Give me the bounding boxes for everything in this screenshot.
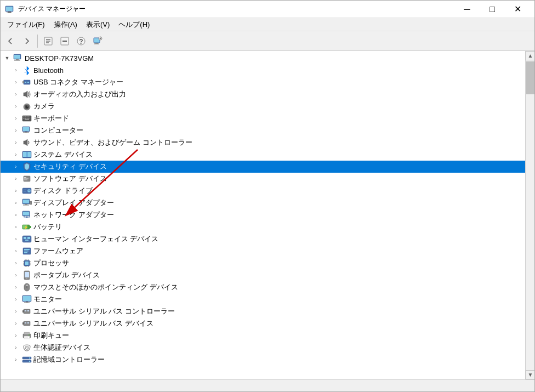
maximize-button[interactable]: □ xyxy=(480,1,505,18)
battery-expand-icon[interactable]: › xyxy=(12,223,20,231)
mouse-expand-icon[interactable]: › xyxy=(12,283,20,292)
svg-rect-81 xyxy=(25,262,29,265)
svg-rect-115 xyxy=(25,337,29,337)
menu-action[interactable]: 操作(A) xyxy=(49,19,82,31)
tree-item-storage[interactable]: › 記憶域コントローラー xyxy=(1,354,525,366)
tree-item-network[interactable]: › ネットワーク アダプター xyxy=(1,209,525,221)
menu-help[interactable]: ヘルプ(H) xyxy=(114,19,154,31)
tree-item-mouse[interactable]: › マウスとそのほかのポインティング デバイス xyxy=(1,281,525,293)
forward-button[interactable] xyxy=(19,33,35,49)
camera-expand-icon[interactable]: › xyxy=(12,102,20,111)
hid-expand-icon[interactable]: › xyxy=(12,235,20,243)
scan-button[interactable] xyxy=(90,33,105,49)
scroll-down-button[interactable]: ▼ xyxy=(526,370,534,379)
tree-item-computer[interactable]: › コンピューター xyxy=(1,124,525,137)
audio-expand-icon[interactable]: › xyxy=(12,90,20,99)
tree-item-biometric[interactable]: › 生体認証デバイス xyxy=(1,342,525,354)
portable-expand-icon[interactable]: › xyxy=(12,271,20,280)
tree-item-camera[interactable]: › カメラ xyxy=(1,100,525,112)
processor-expand-icon[interactable]: › xyxy=(12,259,20,268)
monitor-expand-icon[interactable]: › xyxy=(12,295,20,304)
svg-rect-69 xyxy=(30,226,31,228)
usb-connector-expand-icon[interactable]: › xyxy=(12,78,20,87)
svg-rect-78 xyxy=(24,251,29,252)
minimize-button[interactable]: ─ xyxy=(454,1,480,18)
svg-rect-42 xyxy=(25,120,29,121)
tree-item-audio[interactable]: › オーディオの入力および出力 xyxy=(1,88,525,100)
processor-icon xyxy=(22,258,32,268)
device-tree[interactable]: ▼ DESKTOP-7K73VGM › xyxy=(1,51,525,379)
svg-rect-38 xyxy=(24,118,25,119)
battery-label: バッテリ xyxy=(33,222,62,232)
usb-ctrl-expand-icon[interactable]: › xyxy=(12,307,20,316)
svg-rect-3 xyxy=(7,13,12,13)
sound-expand-icon[interactable]: › xyxy=(12,138,20,147)
tree-item-processor[interactable]: › xyxy=(1,257,525,269)
firmware-expand-icon[interactable]: › xyxy=(12,247,20,255)
keyboard-expand-icon[interactable]: › xyxy=(12,114,20,123)
tree-item-sound[interactable]: › サウンド、ビデオ、およびゲーム コントローラー xyxy=(1,137,525,149)
usb-dev-expand-icon[interactable]: › xyxy=(12,319,20,328)
storage-expand-icon[interactable]: › xyxy=(12,355,20,364)
tree-item-monitor[interactable]: › モニター xyxy=(1,293,525,305)
svg-rect-1 xyxy=(6,7,13,11)
usb-ctrl-label: ユニバーサル シリアル バス コントローラー xyxy=(33,306,175,316)
svg-rect-99 xyxy=(26,285,28,286)
tree-item-bluetooth[interactable]: › Bluetooth xyxy=(1,64,525,76)
tree-item-keyboard[interactable]: › キーボード xyxy=(1,112,525,124)
firmware-label: ファームウェア xyxy=(33,246,83,256)
menu-view[interactable]: 表示(V) xyxy=(82,19,114,31)
tree-item-usb-dev[interactable]: › ユニバーサル シリアル バス デバイス xyxy=(1,317,525,329)
display-expand-icon[interactable]: › xyxy=(12,198,20,207)
network-expand-icon[interactable]: › xyxy=(12,211,20,219)
menu-file[interactable]: ファイル(F) xyxy=(3,19,49,31)
tree-item-software[interactable]: › ソフトウェア デバイス xyxy=(1,173,525,185)
computer-expand-icon[interactable]: › xyxy=(12,126,20,135)
tree-item-battery[interactable]: › ⚡ バッテリ xyxy=(1,221,525,233)
tree-item-system[interactable]: › システム デバイス xyxy=(1,149,525,161)
scroll-thumb[interactable] xyxy=(526,61,534,94)
tree-item-printer[interactable]: › 印刷キュー xyxy=(1,329,525,342)
back-button[interactable] xyxy=(3,33,18,49)
svg-rect-50 xyxy=(26,152,28,157)
system-expand-icon[interactable]: › xyxy=(12,150,20,159)
tree-root[interactable]: ▼ DESKTOP-7K73VGM xyxy=(1,52,525,64)
help-button[interactable]: ? xyxy=(73,33,89,49)
svg-rect-108 xyxy=(24,321,30,326)
tree-item-disk[interactable]: › ディスク ドライブ xyxy=(1,185,525,197)
svg-rect-44 xyxy=(23,127,29,131)
svg-point-96 xyxy=(26,278,27,279)
title-bar: デバイス マネージャー ─ □ ✕ xyxy=(1,1,534,18)
bluetooth-expand-icon[interactable]: › xyxy=(12,66,20,75)
svg-point-67 xyxy=(26,217,28,218)
svg-rect-45 xyxy=(25,132,27,133)
svg-rect-14 xyxy=(94,43,99,44)
sound-label: サウンド、ビデオ、およびゲーム コントローラー xyxy=(33,138,192,147)
scroll-track[interactable] xyxy=(526,60,534,370)
svg-rect-54 xyxy=(24,180,27,180)
root-expand-icon[interactable]: ▼ xyxy=(3,54,12,63)
disk-label: ディスク ドライブ xyxy=(33,186,93,196)
security-expand-icon[interactable]: › xyxy=(12,162,20,171)
vertical-scrollbar[interactable]: ▲ ▼ xyxy=(525,51,534,379)
tree-item-display[interactable]: › ディスプレイ アダプター xyxy=(1,197,525,209)
usb-dev-icon xyxy=(22,319,32,328)
menu-bar: ファイル(F) 操作(A) 表示(V) ヘルプ(H) xyxy=(1,18,534,31)
disk-expand-icon[interactable]: › xyxy=(12,186,20,195)
tree-item-hid[interactable]: › ヒューマン インターフェイス デバイス xyxy=(1,233,525,245)
tree-item-usb-ctrl[interactable]: › ユニバーサル シリアル バス コントローラー xyxy=(1,305,525,317)
biometric-expand-icon[interactable]: › xyxy=(12,343,20,352)
tree-item-usb-connector[interactable]: › USB コネクタ マネージャー xyxy=(1,76,525,88)
tree-item-firmware[interactable]: › ファームウェア xyxy=(1,245,525,257)
display-adapter-icon xyxy=(22,198,32,208)
close-button[interactable]: ✕ xyxy=(505,1,530,18)
svg-point-121 xyxy=(29,361,30,362)
software-expand-icon[interactable]: › xyxy=(12,174,20,183)
tree-item-security[interactable]: › セキュリティ デバイス xyxy=(1,161,525,173)
disable-button[interactable] xyxy=(57,33,72,49)
properties-button[interactable] xyxy=(41,33,56,49)
scroll-up-button[interactable]: ▲ xyxy=(526,51,534,60)
svg-rect-39 xyxy=(25,118,26,119)
tree-item-portable[interactable]: › ポータブル デバイス xyxy=(1,269,525,281)
printer-expand-icon[interactable]: › xyxy=(12,331,20,340)
